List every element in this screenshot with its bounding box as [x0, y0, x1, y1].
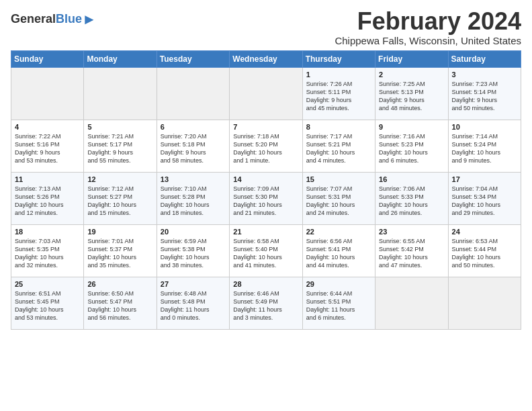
calendar-cell: 12Sunrise: 7:12 AM Sunset: 5:27 PM Dayli… — [84, 172, 157, 224]
logo-blue: Blue — [56, 12, 82, 26]
month-title: February 2024 — [335, 8, 521, 35]
calendar-cell: 24Sunrise: 6:53 AM Sunset: 5:44 PM Dayli… — [448, 224, 521, 277]
calendar-cell: 18Sunrise: 7:03 AM Sunset: 5:35 PM Dayli… — [11, 224, 84, 277]
header-sunday: Sunday — [11, 50, 84, 67]
day-info: Sunrise: 7:06 AM Sunset: 5:33 PM Dayligh… — [379, 185, 444, 218]
calendar-cell: 19Sunrise: 7:01 AM Sunset: 5:37 PM Dayli… — [84, 224, 157, 277]
calendar-cell: 27Sunrise: 6:48 AM Sunset: 5:48 PM Dayli… — [157, 277, 229, 329]
day-number: 9 — [379, 123, 444, 131]
calendar-cell — [84, 67, 157, 120]
calendar-table: Sunday Monday Tuesday Wednesday Thursday… — [11, 50, 521, 330]
logo-bird-icon: ► — [82, 11, 97, 28]
day-number: 17 — [452, 175, 517, 183]
calendar-cell: 20Sunrise: 6:59 AM Sunset: 5:38 PM Dayli… — [157, 224, 229, 277]
day-info: Sunrise: 6:50 AM Sunset: 5:47 PM Dayligh… — [87, 289, 152, 322]
calendar-cell: 2Sunrise: 7:25 AM Sunset: 5:13 PM Daylig… — [375, 67, 448, 120]
day-number: 27 — [161, 280, 226, 288]
day-info: Sunrise: 7:25 AM Sunset: 5:13 PM Dayligh… — [379, 80, 444, 113]
day-number: 2 — [379, 71, 444, 79]
calendar-cell: 3Sunrise: 7:23 AM Sunset: 5:14 PM Daylig… — [448, 67, 521, 120]
day-number: 11 — [15, 175, 80, 183]
calendar-cell — [157, 67, 229, 120]
day-number: 29 — [306, 280, 371, 288]
calendar-cell: 11Sunrise: 7:13 AM Sunset: 5:26 PM Dayli… — [11, 172, 84, 224]
calendar-cell: 5Sunrise: 7:21 AM Sunset: 5:17 PM Daylig… — [84, 120, 157, 172]
day-number: 10 — [452, 123, 517, 131]
day-info: Sunrise: 6:58 AM Sunset: 5:40 PM Dayligh… — [233, 237, 298, 270]
calendar-cell: 26Sunrise: 6:50 AM Sunset: 5:47 PM Dayli… — [84, 277, 157, 329]
day-info: Sunrise: 7:10 AM Sunset: 5:28 PM Dayligh… — [161, 185, 226, 218]
header-friday: Friday — [375, 50, 448, 67]
calendar-cell — [230, 67, 302, 120]
day-info: Sunrise: 6:55 AM Sunset: 5:42 PM Dayligh… — [379, 237, 444, 270]
calendar-cell: 9Sunrise: 7:16 AM Sunset: 5:23 PM Daylig… — [375, 120, 448, 172]
day-number: 5 — [87, 123, 152, 131]
calendar-week-1: 4Sunrise: 7:22 AM Sunset: 5:16 PM Daylig… — [11, 120, 521, 172]
day-number: 21 — [233, 228, 298, 236]
logo: GeneralBlue ► — [11, 11, 97, 28]
day-number: 18 — [15, 228, 80, 236]
calendar-header: Sunday Monday Tuesday Wednesday Thursday… — [11, 50, 521, 67]
calendar-cell: 16Sunrise: 7:06 AM Sunset: 5:33 PM Dayli… — [375, 172, 448, 224]
day-number: 16 — [379, 175, 444, 183]
day-number: 19 — [87, 228, 152, 236]
day-number: 28 — [233, 280, 298, 288]
day-number: 6 — [161, 123, 226, 131]
calendar-cell: 22Sunrise: 6:56 AM Sunset: 5:41 PM Dayli… — [302, 224, 375, 277]
day-number: 8 — [306, 123, 371, 131]
calendar-cell: 17Sunrise: 7:04 AM Sunset: 5:34 PM Dayli… — [448, 172, 521, 224]
calendar-body: 1Sunrise: 7:26 AM Sunset: 5:11 PM Daylig… — [11, 67, 521, 329]
title-area: February 2024 Chippewa Falls, Wisconsin,… — [335, 8, 521, 46]
calendar-cell: 10Sunrise: 7:14 AM Sunset: 5:24 PM Dayli… — [448, 120, 521, 172]
calendar-cell: 7Sunrise: 7:18 AM Sunset: 5:20 PM Daylig… — [230, 120, 302, 172]
calendar-cell: 8Sunrise: 7:17 AM Sunset: 5:21 PM Daylig… — [302, 120, 375, 172]
header-wednesday: Wednesday — [230, 50, 302, 67]
day-number: 20 — [161, 228, 226, 236]
calendar-week-2: 11Sunrise: 7:13 AM Sunset: 5:26 PM Dayli… — [11, 172, 521, 224]
calendar-week-3: 18Sunrise: 7:03 AM Sunset: 5:35 PM Dayli… — [11, 224, 521, 277]
calendar-cell: 29Sunrise: 6:44 AM Sunset: 5:51 PM Dayli… — [302, 277, 375, 329]
day-number: 23 — [379, 228, 444, 236]
logo-general: General — [11, 12, 56, 26]
day-info: Sunrise: 7:09 AM Sunset: 5:30 PM Dayligh… — [233, 185, 298, 218]
logo-text: GeneralBlue — [11, 13, 82, 26]
calendar-cell: 23Sunrise: 6:55 AM Sunset: 5:42 PM Dayli… — [375, 224, 448, 277]
calendar-cell — [375, 277, 448, 329]
day-info: Sunrise: 7:18 AM Sunset: 5:20 PM Dayligh… — [233, 132, 298, 165]
header-saturday: Saturday — [448, 50, 521, 67]
header-monday: Monday — [84, 50, 157, 67]
day-info: Sunrise: 7:13 AM Sunset: 5:26 PM Dayligh… — [15, 185, 80, 218]
calendar-cell: 6Sunrise: 7:20 AM Sunset: 5:18 PM Daylig… — [157, 120, 229, 172]
day-number: 24 — [452, 228, 517, 236]
header-thursday: Thursday — [302, 50, 375, 67]
day-number: 26 — [87, 280, 152, 288]
header-row: Sunday Monday Tuesday Wednesday Thursday… — [11, 50, 521, 67]
main-container: GeneralBlue ► February 2024 Chippewa Fal… — [0, 0, 532, 335]
day-number: 7 — [233, 123, 298, 131]
day-info: Sunrise: 7:17 AM Sunset: 5:21 PM Dayligh… — [306, 132, 371, 165]
day-number: 12 — [87, 175, 152, 183]
day-number: 22 — [306, 228, 371, 236]
day-number: 15 — [306, 175, 371, 183]
day-info: Sunrise: 7:12 AM Sunset: 5:27 PM Dayligh… — [87, 185, 152, 218]
day-info: Sunrise: 7:03 AM Sunset: 5:35 PM Dayligh… — [15, 237, 80, 270]
calendar-cell: 1Sunrise: 7:26 AM Sunset: 5:11 PM Daylig… — [302, 67, 375, 120]
calendar-week-0: 1Sunrise: 7:26 AM Sunset: 5:11 PM Daylig… — [11, 67, 521, 120]
calendar-cell: 21Sunrise: 6:58 AM Sunset: 5:40 PM Dayli… — [230, 224, 302, 277]
day-info: Sunrise: 7:16 AM Sunset: 5:23 PM Dayligh… — [379, 132, 444, 165]
calendar-cell: 25Sunrise: 6:51 AM Sunset: 5:45 PM Dayli… — [11, 277, 84, 329]
day-number: 25 — [15, 280, 80, 288]
day-number: 13 — [161, 175, 226, 183]
day-info: Sunrise: 7:20 AM Sunset: 5:18 PM Dayligh… — [161, 132, 226, 165]
day-number: 3 — [452, 71, 517, 79]
day-info: Sunrise: 6:44 AM Sunset: 5:51 PM Dayligh… — [306, 289, 371, 322]
day-info: Sunrise: 7:01 AM Sunset: 5:37 PM Dayligh… — [87, 237, 152, 270]
calendar-week-4: 25Sunrise: 6:51 AM Sunset: 5:45 PM Dayli… — [11, 277, 521, 329]
day-info: Sunrise: 7:04 AM Sunset: 5:34 PM Dayligh… — [452, 185, 517, 218]
calendar-cell — [448, 277, 521, 329]
day-info: Sunrise: 6:48 AM Sunset: 5:48 PM Dayligh… — [161, 289, 226, 322]
day-number: 4 — [15, 123, 80, 131]
day-info: Sunrise: 7:14 AM Sunset: 5:24 PM Dayligh… — [452, 132, 517, 165]
header-area: GeneralBlue ► February 2024 Chippewa Fal… — [11, 8, 521, 46]
day-info: Sunrise: 6:53 AM Sunset: 5:44 PM Dayligh… — [452, 237, 517, 270]
